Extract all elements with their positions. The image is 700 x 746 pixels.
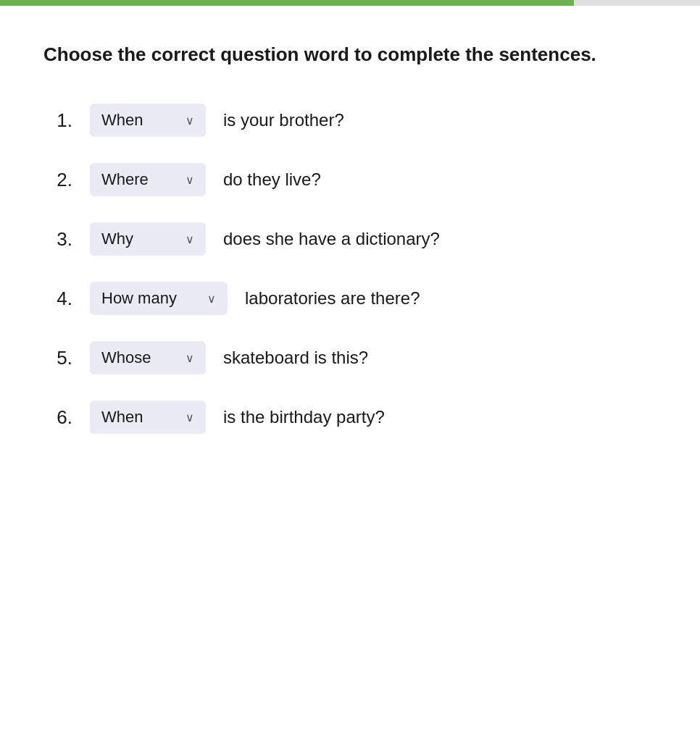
dropdown-label: Whose [101,348,178,367]
dropdown-label: When [101,111,178,130]
progress-bar-container [0,0,700,6]
question-number: 6. [43,406,72,429]
dropdown-1[interactable]: When∨ [90,104,206,137]
question-number: 4. [43,288,72,310]
question-number: 3. [43,228,72,251]
chevron-down-icon: ∨ [186,351,194,365]
dropdown-label: How many [101,289,200,308]
question-row: 6.When∨is the birthday party? [43,401,657,434]
question-row: 2.Where∨do they live? [43,163,657,196]
main-content: Choose the correct question word to comp… [0,6,700,463]
dropdown-label: Why [101,230,178,248]
dropdown-label: Where [101,170,178,189]
dropdown-5[interactable]: Whose∨ [90,341,206,374]
question-number: 1. [43,109,72,132]
question-row: 3.Why∨does she have a dictionary? [43,222,657,256]
question-row: 4.How many∨laboratories are there? [43,282,657,315]
chevron-down-icon: ∨ [186,232,194,246]
dropdown-3[interactable]: Why∨ [90,222,206,256]
dropdown-label: When [101,408,178,427]
chevron-down-icon: ∨ [186,173,194,187]
progress-bar-fill [0,0,574,6]
dropdown-4[interactable]: How many∨ [90,282,228,315]
dropdown-6[interactable]: When∨ [90,401,206,434]
question-sentence: laboratories are there? [245,288,420,309]
question-number: 2. [43,169,72,191]
question-number: 5. [43,347,72,369]
question-sentence: is your brother? [223,110,344,130]
questions-list: 1.When∨is your brother?2.Where∨do they l… [43,104,657,434]
chevron-down-icon: ∨ [186,411,194,424]
question-sentence: is the birthday party? [223,407,385,427]
question-sentence: skateboard is this? [223,348,368,368]
chevron-down-icon: ∨ [207,292,216,306]
question-sentence: do they live? [223,169,321,190]
dropdown-2[interactable]: Where∨ [90,163,206,196]
chevron-down-icon: ∨ [186,114,194,127]
question-sentence: does she have a dictionary? [223,229,440,249]
instruction-text: Choose the correct question word to comp… [43,42,638,67]
question-row: 5.Whose∨skateboard is this? [43,341,657,374]
question-row: 1.When∨is your brother? [43,104,657,137]
